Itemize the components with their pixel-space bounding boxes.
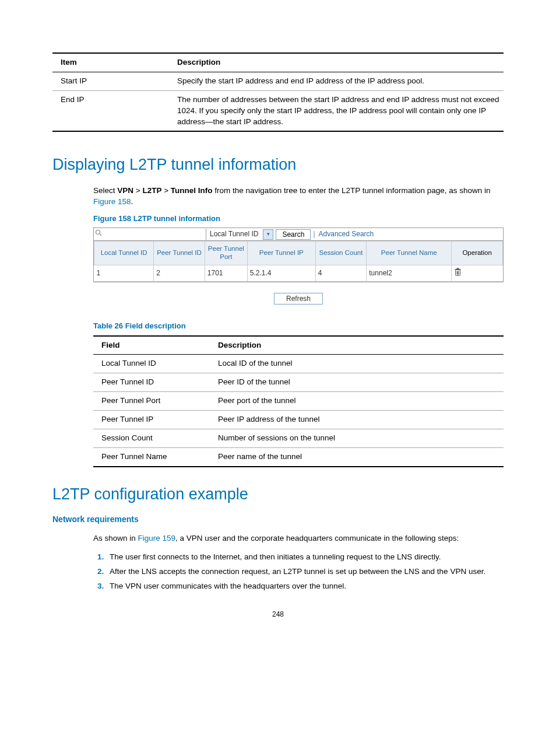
page-number: 248	[52, 610, 504, 620]
heading-display-l2tp: Displaying L2TP tunnel information	[52, 154, 504, 176]
table-row: Session CountNumber of sessions on the t…	[93, 429, 504, 448]
search-input[interactable]	[104, 229, 206, 240]
cell-session-count: 4	[315, 265, 367, 282]
sep: >	[161, 186, 170, 195]
intro-paragraph: Select VPN > L2TP > Tunnel Info from the…	[93, 186, 504, 208]
cell-desc: Peer ID of the tunnel	[210, 373, 504, 392]
trash-icon[interactable]	[454, 270, 462, 278]
table-row: Peer Tunnel NamePeer name of the tunnel	[93, 447, 504, 466]
table-row: Start IP Specify the start IP address an…	[52, 72, 504, 90]
steps-list: The user first connects to the Internet,…	[93, 552, 504, 592]
th-session-count[interactable]: Session Count	[315, 242, 367, 265]
cell-field: Session Count	[93, 429, 210, 448]
text: .	[131, 197, 133, 206]
th-peer-tunnel-ip[interactable]: Peer Tunnel IP	[247, 242, 315, 265]
text: As shown in	[93, 534, 138, 542]
cell-operation	[452, 265, 503, 282]
cell-local-id: 1	[94, 265, 154, 282]
subheading-network-requirements: Network requirements	[52, 514, 504, 526]
cell-desc: Specify the start IP address and end IP …	[169, 72, 504, 90]
cell-peer-port: 1701	[205, 265, 247, 282]
heading-l2tp-config-example: L2TP configuration example	[52, 484, 504, 506]
cell-peer-ip: 5.2.1.4	[247, 265, 315, 282]
separator: |	[311, 229, 315, 239]
cell-desc: Local ID of the tunnel	[210, 355, 504, 373]
cell-field: Peer Tunnel Name	[93, 447, 210, 466]
refresh-button[interactable]: Refresh	[274, 293, 323, 304]
list-item: After the LNS accepts the connection req…	[106, 566, 504, 578]
cell-item: End IP	[52, 90, 169, 131]
search-bar: Local Tunnel ID ▾ Search | Advanced Sear…	[94, 228, 503, 241]
table-row: Peer Tunnel IPPeer IP address of the tun…	[93, 411, 504, 429]
table-row: Peer Tunnel IDPeer ID of the tunnel	[93, 373, 504, 392]
cell-desc: Peer IP address of the tunnel	[210, 411, 504, 429]
cell-peer-id: 2	[154, 265, 205, 282]
table-row: 1 2 1701 5.2.1.4 4 tunnel2	[94, 265, 503, 282]
table-caption: Table 26 Field description	[93, 321, 504, 331]
cell-desc: The number of addresses between the star…	[169, 90, 504, 131]
search-button[interactable]: Search	[276, 229, 311, 240]
th-peer-tunnel-name[interactable]: Peer Tunnel Name	[367, 242, 452, 265]
search-icon	[94, 228, 104, 240]
field-description-table: Field Description Local Tunnel IDLocal I…	[93, 335, 504, 467]
text: Select	[93, 186, 117, 195]
th-desc: Description	[210, 336, 504, 355]
text: , a VPN user and the corporate headquart…	[175, 534, 459, 542]
chevron-down-icon: ▾	[263, 229, 273, 240]
cell-item: Start IP	[52, 72, 169, 90]
cell-peer-name: tunnel2	[367, 265, 452, 282]
link-figure-158[interactable]: Figure 158	[93, 197, 131, 206]
th-local-tunnel-id[interactable]: Local Tunnel ID	[94, 242, 154, 265]
text: from the navigation tree to enter the L2…	[213, 186, 491, 195]
figure-158: Local Tunnel ID ▾ Search | Advanced Sear…	[93, 228, 504, 282]
svg-line-1	[100, 234, 101, 236]
cell-field: Peer Tunnel Port	[93, 392, 210, 411]
figure-caption: Figure 158 L2TP tunnel information	[93, 214, 504, 224]
crumb-tunnel-info: Tunnel Info	[171, 186, 213, 195]
cell-desc: Peer port of the tunnel	[210, 392, 504, 411]
table-row: End IP The number of addresses between t…	[52, 90, 504, 131]
cell-desc: Number of sessions on the tunnel	[210, 429, 504, 448]
sep: >	[133, 186, 142, 195]
th-field: Field	[93, 336, 210, 355]
search-field-select[interactable]: Local Tunnel ID ▾	[206, 228, 273, 240]
link-figure-159[interactable]: Figure 159	[138, 534, 176, 542]
advanced-search-link[interactable]: Advanced Search	[315, 229, 374, 239]
cell-field: Peer Tunnel ID	[93, 373, 210, 392]
svg-rect-6	[455, 269, 461, 270]
list-item: The VPN user communicates with the headq…	[106, 581, 504, 592]
cell-desc: Peer name of the tunnel	[210, 447, 504, 466]
list-item: The user first connects to the Internet,…	[106, 552, 504, 563]
tunnel-info-table: Local Tunnel ID Peer Tunnel ID Peer Tunn…	[94, 241, 503, 282]
svg-point-0	[96, 230, 100, 235]
crumb-vpn: VPN	[117, 186, 133, 195]
crumb-l2tp: L2TP	[142, 186, 161, 195]
svg-rect-7	[457, 268, 459, 269]
table-row: Local Tunnel IDLocal ID of the tunnel	[93, 355, 504, 373]
th-item: Item	[52, 53, 169, 72]
th-operation: Operation	[452, 242, 503, 265]
table-row: Peer Tunnel PortPeer port of the tunnel	[93, 392, 504, 411]
select-label: Local Tunnel ID	[206, 228, 263, 240]
th-desc: Description	[169, 53, 504, 72]
item-description-table: Item Description Start IP Specify the st…	[52, 52, 504, 132]
network-req-paragraph: As shown in Figure 159, a VPN user and t…	[93, 533, 504, 544]
th-peer-tunnel-port[interactable]: Peer Tunnel Port	[205, 242, 247, 265]
th-peer-tunnel-id[interactable]: Peer Tunnel ID	[154, 242, 205, 265]
cell-field: Local Tunnel ID	[93, 355, 210, 373]
cell-field: Peer Tunnel IP	[93, 411, 210, 429]
